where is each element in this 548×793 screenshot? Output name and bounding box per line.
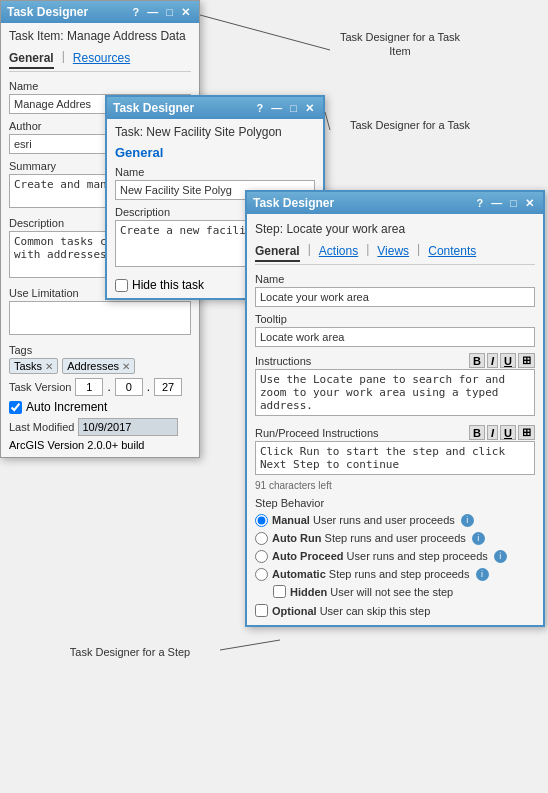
win3-bold-btn[interactable]: B	[469, 353, 485, 368]
win3-automatic-info-icon[interactable]: i	[476, 568, 489, 581]
win1-task-item-label: Task Item: Manage Address Data	[9, 29, 191, 43]
win3-maximize-btn[interactable]: □	[507, 197, 520, 209]
win3-autorun-label: Auto Run Step runs and user proceeds	[272, 532, 466, 544]
win1-tab-resources[interactable]: Resources	[73, 49, 130, 69]
win1-minimize-btn[interactable]: —	[144, 6, 161, 18]
win3-hidden-row[interactable]: Hidden User will not see the step	[273, 585, 535, 598]
win3-rp-italic-btn[interactable]: I	[487, 425, 498, 440]
svg-line-1	[325, 112, 330, 130]
win3-close-btn[interactable]: ✕	[522, 197, 537, 210]
win3-tabs[interactable]: General | Actions | Views | Contents	[255, 242, 535, 265]
win3-tooltip-label: Tooltip	[255, 313, 535, 325]
win1-auto-increment-row[interactable]: Auto Increment	[9, 400, 191, 414]
win3-tab-contents[interactable]: Contents	[428, 242, 476, 262]
win1-arcgis-version: ArcGIS Version 2.0.0+ build	[9, 439, 191, 451]
win1-maximize-btn[interactable]: □	[163, 6, 176, 18]
win1-version-row: Task Version . .	[9, 378, 191, 396]
win3-body: Step: Locate your work area General | Ac…	[247, 214, 543, 625]
win2-hide-task-checkbox[interactable]	[115, 279, 128, 292]
win1-version2-input[interactable]	[115, 378, 143, 396]
win3-manual-info-icon[interactable]: i	[461, 514, 474, 527]
win3-run-proceed-toolbar[interactable]: B I U ⊞	[469, 425, 535, 440]
win3-automatic-label: Automatic Step runs and step proceeds	[272, 568, 470, 580]
win1-last-modified-input	[78, 418, 178, 436]
win1-use-limitation-textarea[interactable]	[9, 301, 191, 335]
win3-tab-views[interactable]: Views	[377, 242, 409, 262]
win3-autoproceed-info-icon[interactable]: i	[494, 550, 507, 563]
win3-autoproceed-row[interactable]: Auto Proceed User runs and step proceeds…	[255, 550, 535, 563]
win3-step-label: Step: Locate your work area	[255, 222, 535, 236]
win3-help-btn[interactable]: ?	[474, 197, 487, 209]
win3-name-input[interactable]	[255, 287, 535, 307]
win3-tooltip-input[interactable]	[255, 327, 535, 347]
win3-underline-btn[interactable]: U	[500, 353, 516, 368]
win3-hidden-checkbox[interactable]	[273, 585, 286, 598]
annotation-step: Task Designer for a Step	[60, 645, 200, 659]
win1-auto-increment-checkbox[interactable]	[9, 401, 22, 414]
win2-close-btn[interactable]: ✕	[302, 102, 317, 115]
win3-manual-radio[interactable]	[255, 514, 268, 527]
win1-tabs[interactable]: General | Resources	[9, 49, 191, 72]
win3-run-proceed-textarea[interactable]: Click Run to start the step and click Ne…	[255, 441, 535, 475]
win3-rp-link-btn[interactable]: ⊞	[518, 425, 535, 440]
win3-automatic-radio[interactable]	[255, 568, 268, 581]
win1-tag-tasks[interactable]: Tasks ✕	[9, 358, 58, 374]
win1-tag-addresses-remove[interactable]: ✕	[122, 361, 130, 372]
win2-controls[interactable]: ? — □ ✕	[254, 102, 317, 115]
win1-tags-container: Tasks ✕ Addresses ✕	[9, 358, 191, 374]
step-window[interactable]: Task Designer ? — □ ✕ Step: Locate your …	[245, 190, 545, 627]
win1-auto-increment-label: Auto Increment	[26, 400, 107, 414]
win3-autorun-row[interactable]: Auto Run Step runs and user proceeds i	[255, 532, 535, 545]
win3-manual-row[interactable]: Manual User runs and user proceeds i	[255, 514, 535, 527]
win2-name-label: Name	[115, 166, 315, 178]
win1-tag-addresses[interactable]: Addresses ✕	[62, 358, 135, 374]
win2-help-btn[interactable]: ?	[254, 102, 267, 114]
win1-tags-label: Tags	[9, 344, 191, 356]
win3-autoproceed-radio[interactable]	[255, 550, 268, 563]
win3-hidden-label: Hidden User will not see the step	[290, 586, 453, 598]
win3-autoproceed-label: Auto Proceed User runs and step proceeds	[272, 550, 488, 562]
win3-instructions-toolbar[interactable]: B I U ⊞	[469, 353, 535, 368]
win2-title-bar: Task Designer ? — □ ✕	[107, 97, 323, 119]
win3-optional-row[interactable]: Optional User can skip this step	[255, 604, 535, 617]
win3-automatic-row[interactable]: Automatic Step runs and step proceeds i	[255, 568, 535, 581]
win1-help-btn[interactable]: ?	[130, 6, 143, 18]
win2-maximize-btn[interactable]: □	[287, 102, 300, 114]
win1-last-modified-label: Last Modified	[9, 421, 74, 433]
win1-version3-input[interactable]	[154, 378, 182, 396]
win3-step-behavior: Step Behavior Manual User runs and user …	[255, 497, 535, 617]
win3-instructions-textarea[interactable]: Use the Locate pane to search for and zo…	[255, 369, 535, 416]
win2-title: Task Designer	[113, 101, 194, 115]
win3-controls[interactable]: ? — □ ✕	[474, 197, 537, 210]
win3-minimize-btn[interactable]: —	[488, 197, 505, 209]
win2-task-label: Task: New Facility Site Polygon	[115, 125, 315, 139]
win3-autorun-info-icon[interactable]: i	[472, 532, 485, 545]
win1-tab-general[interactable]: General	[9, 49, 54, 69]
win3-chars-left: 91 characters left	[255, 480, 535, 491]
svg-line-2	[220, 640, 280, 650]
win3-run-proceed-label: Run/Proceed Instructions	[255, 427, 379, 439]
win3-tab-general[interactable]: General	[255, 242, 300, 262]
win3-title: Task Designer	[253, 196, 334, 210]
win3-name-label: Name	[255, 273, 535, 285]
win2-hide-task-label: Hide this task	[132, 278, 204, 292]
win2-section-general: General	[115, 145, 315, 160]
win3-rp-underline-btn[interactable]: U	[500, 425, 516, 440]
svg-line-0	[200, 15, 330, 50]
annotation-task-item: Task Designer for a Task Item	[330, 30, 470, 59]
win3-italic-btn[interactable]: I	[487, 353, 498, 368]
annotation-task: Task Designer for a Task	[340, 118, 480, 132]
win1-title-bar: Task Designer ? — □ ✕	[1, 1, 199, 23]
win3-instructions-label: Instructions	[255, 355, 311, 367]
win2-minimize-btn[interactable]: —	[268, 102, 285, 114]
win3-optional-checkbox[interactable]	[255, 604, 268, 617]
win3-rp-bold-btn[interactable]: B	[469, 425, 485, 440]
win1-tag-tasks-remove[interactable]: ✕	[45, 361, 53, 372]
win3-link-btn[interactable]: ⊞	[518, 353, 535, 368]
win1-close-btn[interactable]: ✕	[178, 6, 193, 19]
win1-title: Task Designer	[7, 5, 88, 19]
win3-tab-actions[interactable]: Actions	[319, 242, 358, 262]
win1-version1-input[interactable]	[75, 378, 103, 396]
win1-controls[interactable]: ? — □ ✕	[130, 6, 193, 19]
win3-autorun-radio[interactable]	[255, 532, 268, 545]
